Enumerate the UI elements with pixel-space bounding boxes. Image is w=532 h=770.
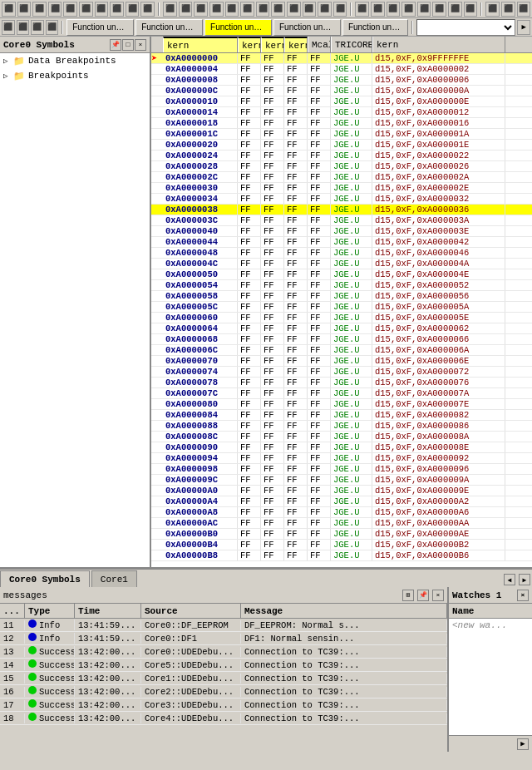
memory-row[interactable]: 0xA0000044 FF FF FF FF JGE.U d15,0xF,0xA… (151, 237, 532, 248)
toolbar-icon-20[interactable]: ⬛ (303, 2, 317, 17)
toolbar-icon-14[interactable]: ⬛ (209, 2, 224, 17)
memory-row[interactable]: 0xA0000030 FF FF FF FF JGE.U d15,0xF,0xA… (151, 183, 532, 194)
toolbar-icon-23[interactable]: ⬛ (355, 2, 369, 17)
toolbar-icon-29[interactable]: ⬛ (448, 2, 462, 17)
messages-resize-btn[interactable]: ⊞ (402, 590, 414, 601)
msg-col-source[interactable]: Source (141, 604, 241, 618)
memory-row[interactable]: 0xA00000A8 FF FF FF FF JGE.U d15,0xF,0xA… (151, 507, 532, 518)
memory-row[interactable]: 0xA0000060 FF FF FF FF JGE.U d15,0xF,0xA… (151, 313, 532, 323)
memory-row[interactable]: 0xA0000090 FF FF FF FF JGE.U d15,0xF,0xA… (151, 442, 532, 453)
memory-row[interactable]: 0xA000001C FF FF FF FF JGE.U d15,0xF,0xA… (151, 129, 532, 140)
memory-row[interactable]: 0xA0000010 FF FF FF FF JGE.U d15,0xF,0xA… (151, 96, 532, 107)
toolbar-icon-r2-1[interactable]: ⬛ (2, 20, 15, 35)
memory-row[interactable]: 0xA0000008 FF FF FF FF JGE.U d15,0xF,0xA… (151, 75, 532, 86)
function-btn-4[interactable]: Function unavai... (273, 19, 341, 36)
memory-row[interactable]: 0xA0000050 FF FF FF FF JGE.U d15,0xF,0xA… (151, 269, 532, 280)
toolbar-icon-28[interactable]: ⬛ (432, 2, 446, 17)
message-row[interactable]: 11 Info 13:41:59... Core0::DF_EEPROM DF_… (0, 619, 447, 632)
function-btn-1[interactable]: Function unavai... (66, 19, 134, 36)
toolbar-icon-r2-4[interactable]: ⬛ (46, 20, 59, 35)
col-header-kern2[interactable]: kern (238, 37, 261, 52)
memory-row[interactable]: 0xA000005C FF FF FF FF JGE.U d15,0xF,0xA… (151, 302, 532, 313)
memory-row[interactable]: 0xA0000058 FF FF FF FF JGE.U d15,0xF,0xA… (151, 291, 532, 302)
memory-row[interactable]: 0xA0000028 FF FF FF FF JGE.U d15,0xF,0xA… (151, 161, 532, 172)
memory-row[interactable]: 0xA000003C FF FF FF FF JGE.U d15,0xF,0xA… (151, 215, 532, 226)
memory-row[interactable]: 0xA0000070 FF FF FF FF JGE.U d15,0xF,0xA… (151, 356, 532, 367)
toolbar-icon-21[interactable]: ⬛ (318, 2, 332, 17)
tab-nav-right[interactable]: ▶ (519, 574, 530, 585)
memory-row[interactable]: 0xA0000020 FF FF FF FF JGE.U d15,0xF,0xA… (151, 140, 532, 151)
memory-row[interactable]: 0xA0000094 FF FF FF FF JGE.U d15,0xF,0xA… (151, 453, 532, 464)
toolbar-icon-9[interactable]: ⬛ (126, 2, 140, 17)
toolbar-icon-15[interactable]: ⬛ (225, 2, 239, 17)
toolbar-icon-8[interactable]: ⬛ (110, 2, 124, 17)
memory-row[interactable]: 0xA0000064 FF FF FF FF JGE.U d15,0xF,0xA… (151, 323, 532, 334)
memory-row[interactable]: 0xA0000004 FF FF FF FF JGE.U d15,0xF,0xA… (151, 64, 532, 75)
tab-nav-left[interactable]: ◀ (504, 574, 515, 585)
function-btn-2[interactable]: Function unavai... (135, 19, 203, 36)
toolbar-icon-26[interactable]: ⬛ (401, 2, 416, 17)
function-btn-5[interactable]: Function unava... (342, 19, 408, 36)
symbols-pin-btn[interactable]: 📌 (110, 39, 121, 51)
memory-row[interactable]: 0xA0000068 FF FF FF FF JGE.U d15,0xF,0xA… (151, 334, 532, 345)
col-header-kern1[interactable]: kern (163, 37, 238, 52)
toolbar-icon-r2-3[interactable]: ⬛ (31, 20, 44, 35)
message-row[interactable]: 16 Success 13:42:00... Core2::UDEDebu...… (0, 685, 447, 698)
col-header-kern4[interactable]: kern (284, 37, 308, 52)
memory-row[interactable]: 0xA000009C FF FF FF FF JGE.U d15,0xF,0xA… (151, 475, 532, 486)
msg-col-time[interactable]: Time (75, 604, 141, 618)
memory-row[interactable]: 0xA00000AC FF FF FF FF JGE.U d15,0xF,0xA… (151, 518, 532, 529)
toolbar-icon-17[interactable]: ⬛ (256, 2, 270, 17)
memory-row[interactable]: 0xA0000078 FF FF FF FF JGE.U d15,0xF,0xA… (151, 378, 532, 388)
toolbar-icon-27[interactable]: ⬛ (417, 2, 431, 17)
toolbar-icon-33[interactable]: ⬛ (517, 2, 531, 17)
toolbar-icon-11[interactable]: ⬛ (163, 2, 177, 17)
symbols-restore-btn[interactable]: □ (122, 39, 134, 51)
memory-row[interactable]: 0xA000008C FF FF FF FF JGE.U d15,0xF,0xA… (151, 432, 532, 442)
message-row[interactable]: 13 Success 13:42:00... Core0::UDEDebu...… (0, 645, 447, 659)
memory-row[interactable]: 0xA000007C FF FF FF FF JGE.U d15,0xF,0xA… (151, 388, 532, 399)
toolbar-icon-12[interactable]: ⬛ (179, 2, 193, 17)
toolbar-icon-22[interactable]: ⬛ (333, 2, 347, 17)
toolbar-icon-31[interactable]: ⬛ (485, 2, 500, 17)
col-header-kern3[interactable]: kern (261, 37, 284, 52)
memory-scroll[interactable]: ➤ 0xA0000000 FF FF FF FF JGE.U d15,0xF,0… (151, 53, 532, 567)
col-header-kern5[interactable]: kern (372, 37, 505, 52)
watches-new-entry[interactable]: <new wa... (452, 620, 529, 630)
memory-row[interactable]: 0xA00000B8 FF FF FF FF JGE.U d15,0xF,0xA… (151, 550, 532, 561)
memory-row[interactable]: 0xA0000018 FF FF FF FF JGE.U d15,0xF,0xA… (151, 118, 532, 129)
memory-row[interactable]: 0xA00000A4 FF FF FF FF JGE.U d15,0xF,0xA… (151, 496, 532, 507)
tab-core1[interactable]: Core1 (91, 570, 137, 587)
msg-col-type[interactable]: Type (25, 604, 75, 618)
toolbar-icon-10[interactable]: ⬛ (140, 2, 155, 17)
memory-row[interactable]: 0xA000004C FF FF FF FF JGE.U d15,0xF,0xA… (151, 259, 532, 269)
message-row[interactable]: 15 Success 13:42:00... Core1::UDEDebu...… (0, 672, 447, 685)
col-header-mcallib[interactable]: McalLib.c (308, 37, 331, 52)
toolbar-icon-16[interactable]: ⬛ (240, 2, 254, 17)
tab-core0-symbols[interactable]: Core0 Symbols (0, 570, 90, 587)
toolbar-icon-18[interactable]: ⬛ (271, 2, 285, 17)
message-row[interactable]: 14 Success 13:42:00... Core5::UDEDebu...… (0, 659, 447, 672)
messages-close-btn[interactable]: × (432, 590, 444, 601)
messages-table[interactable]: 11 Info 13:41:59... Core0::DF_EEPROM DF_… (0, 619, 447, 752)
watches-footer-btn[interactable]: ▶ (517, 738, 529, 750)
col-header-tricore[interactable]: TRICORE (331, 37, 372, 52)
toolbar-icon-1[interactable]: ⬛ (2, 2, 16, 17)
memory-row[interactable]: 0xA00000A0 FF FF FF FF JGE.U d15,0xF,0xA… (151, 486, 532, 496)
memory-row[interactable]: 0xA0000080 FF FF FF FF JGE.U d15,0xF,0xA… (151, 399, 532, 410)
toolbar-icon-2[interactable]: ⬛ (17, 2, 32, 17)
toolbar-icon-25[interactable]: ⬛ (387, 2, 401, 17)
toolbar-icon-6[interactable]: ⬛ (79, 2, 93, 17)
toolbar-icon-7[interactable]: ⬛ (95, 2, 109, 17)
messages-pin-btn[interactable]: 📌 (417, 590, 429, 601)
memory-row[interactable]: 0xA000002C FF FF FF FF JGE.U d15,0xF,0xA… (151, 172, 532, 183)
memory-row[interactable]: 0xA0000088 FF FF FF FF JGE.U d15,0xF,0xA… (151, 421, 532, 432)
toolbar-icon-19[interactable]: ⬛ (287, 2, 301, 17)
message-row[interactable]: 18 Success 13:42:00... Core4::UDEDebu...… (0, 712, 447, 725)
memory-row[interactable]: ➤ 0xA0000000 FF FF FF FF JGE.U d15,0xF,0… (151, 53, 532, 64)
memory-row[interactable]: 0xA0000054 FF FF FF FF JGE.U d15,0xF,0xA… (151, 280, 532, 291)
toolbar-icon-32[interactable]: ⬛ (501, 2, 515, 17)
memory-row[interactable]: 0xA0000024 FF FF FF FF JGE.U d15,0xF,0xA… (151, 151, 532, 161)
goto-icon[interactable]: ▶ (517, 20, 530, 35)
toolbar-icon-30[interactable]: ⬛ (464, 2, 478, 17)
